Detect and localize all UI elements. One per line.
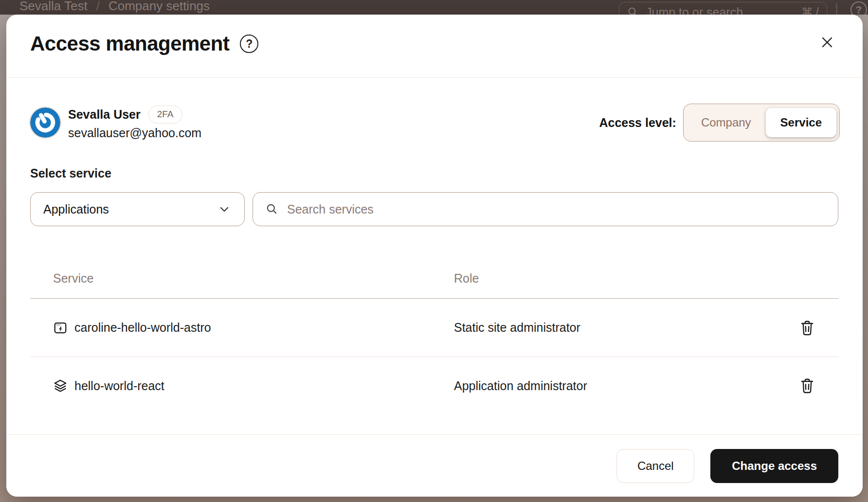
service-name: caroline-hello-world-astro <box>74 321 211 335</box>
table-row: caroline-hello-world-astro Static site a… <box>30 299 838 357</box>
search-services-box <box>253 192 838 226</box>
search-icon <box>627 6 639 15</box>
column-header-service: Service <box>30 271 454 286</box>
user-email: sevallauser@yahoo.com <box>68 126 201 140</box>
avatar <box>30 108 60 138</box>
column-header-role: Role <box>454 271 838 286</box>
access-management-dialog: Access management ? Sevalla User 2FA sev… <box>6 15 863 497</box>
user-name: Sevalla User <box>68 108 141 122</box>
dialog-footer: Cancel Change access <box>6 434 863 497</box>
chevron-down-icon <box>217 202 232 216</box>
select-service-label: Select service <box>30 166 111 180</box>
breadcrumb-project[interactable]: Sevalla Test <box>19 0 88 14</box>
delete-access-button[interactable] <box>797 317 817 339</box>
service-icon-slot <box>53 378 68 393</box>
toggle-option-service[interactable]: Service <box>766 108 836 137</box>
delete-access-button[interactable] <box>797 375 817 396</box>
dropdown-selected-value: Applications <box>43 202 109 216</box>
role-value: Static site administrator <box>454 321 797 335</box>
status-badge-2fa: 2FA <box>148 106 182 124</box>
topbar-divider: | <box>835 1 838 15</box>
service-filters: Applications <box>30 192 838 226</box>
breadcrumb-separator: / <box>96 0 100 14</box>
cancel-button[interactable]: Cancel <box>616 449 694 483</box>
keyboard-shortcut: ⌘ / <box>801 6 819 15</box>
static-site-icon <box>53 321 68 335</box>
topbar-help-icon[interactable]: ? <box>850 1 867 15</box>
service-table-body: caroline-hello-world-astro Static site a… <box>30 299 838 414</box>
page-title: Access management <box>30 32 229 55</box>
access-level-toggle: Company Service <box>683 104 840 142</box>
global-search[interactable]: Jump to or search ⌘ / <box>619 2 827 15</box>
service-name: hello-world-react <box>74 379 164 393</box>
close-button[interactable] <box>819 34 835 51</box>
global-search-placeholder: Jump to or search <box>646 5 743 15</box>
close-icon <box>820 35 834 50</box>
user-summary: Sevalla User 2FA sevallauser@yahoo.com A… <box>30 102 840 143</box>
background-topbar: Sevalla Test / Company settings Jump to … <box>0 0 868 15</box>
service-cell: caroline-hello-world-astro <box>30 321 454 335</box>
service-cell: hello-world-react <box>30 378 454 393</box>
service-table: Service Role caroline-hello-worl <box>30 259 838 414</box>
breadcrumb: Sevalla Test / Company settings <box>19 0 210 14</box>
trash-icon <box>799 319 815 337</box>
dialog-header: Access management ? <box>6 15 863 78</box>
help-icon[interactable]: ? <box>240 35 258 53</box>
toggle-option-company[interactable]: Company <box>687 108 766 137</box>
search-icon <box>266 203 278 215</box>
application-icon <box>53 378 68 393</box>
table-header-row: Service Role <box>30 259 838 299</box>
role-value: Application administrator <box>454 379 797 393</box>
trash-icon <box>799 377 815 394</box>
service-icon-slot <box>53 321 68 335</box>
change-access-button[interactable]: Change access <box>710 449 838 483</box>
access-level-label: Access level: <box>599 116 676 130</box>
breadcrumb-page[interactable]: Company settings <box>108 0 210 14</box>
table-row: hello-world-react Application administra… <box>30 357 838 414</box>
service-type-dropdown[interactable]: Applications <box>30 192 245 226</box>
search-services-input[interactable] <box>287 202 825 216</box>
